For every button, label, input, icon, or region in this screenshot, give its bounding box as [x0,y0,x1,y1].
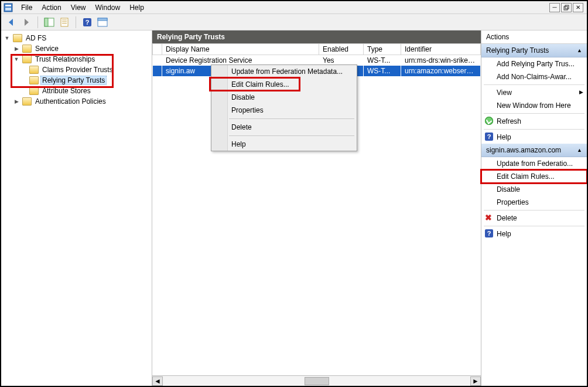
tree-pane: ▼ AD FS ▶ Service ▼ Trust Relationships … [1,30,152,386]
tree-label: AD FS [25,34,47,42]
submenu-arrow-icon: ▶ [579,89,583,95]
window-controls: ─ ✕ [549,3,583,12]
scroll-left-button[interactable]: ◄ [152,376,163,386]
menu-view[interactable]: View [66,2,91,13]
ctx-update-federation[interactable]: Update from Federation Metadata... [211,65,357,78]
action-properties[interactable]: Properties [481,196,587,209]
separator [229,135,354,136]
actions-pane: Actions Relying Party Trusts ▲ Add Relyi… [481,30,587,386]
separator [229,118,354,119]
action-refresh[interactable]: Refresh [481,115,587,128]
svg-rect-6 [45,18,48,26]
separator [484,129,584,130]
action-label: Delete [497,214,517,222]
action-add-non-claims-aware[interactable]: Add Non-Claims-Awar... [481,70,587,83]
menu-action[interactable]: Action [37,2,66,13]
ctx-help[interactable]: Help [211,138,357,151]
toolbar-properties-icon[interactable] [58,16,71,29]
action-new-window[interactable]: New Window from Here [481,99,587,112]
minimize-button[interactable]: ─ [549,3,560,12]
svg-rect-4 [565,5,569,9]
action-delete[interactable]: ✖Delete [481,212,587,225]
action-help[interactable]: ?Help [481,131,587,144]
action-update-federation[interactable]: Update from Federatio... [481,157,587,170]
scroll-track[interactable] [163,376,470,386]
action-disable[interactable]: Disable [481,183,587,196]
folder-icon [13,34,22,42]
separator [484,210,584,211]
tree-auth-policies[interactable]: ▶ Authentication Policies [1,96,152,107]
col-flag[interactable] [153,44,162,55]
ctx-properties[interactable]: Properties [211,104,357,117]
toolbar: ? [1,14,587,30]
scroll-right-button[interactable]: ► [470,376,481,386]
ctx-delete[interactable]: Delete [211,121,357,134]
tree-label: Service [34,45,60,53]
forward-button[interactable] [20,16,33,29]
separator [484,84,584,85]
toolbar-extra-icon[interactable] [96,16,109,29]
col-display[interactable]: Display Name [162,44,319,55]
collapse-icon: ▲ [577,47,582,53]
col-identifier[interactable]: Identifier [401,44,481,55]
tree-trust-relationships[interactable]: ▼ Trust Relationships [1,54,152,64]
tree-claims-provider-trusts[interactable]: Claims Provider Trusts [1,64,152,75]
folder-icon [29,76,39,84]
tree-label: Claims Provider Trusts [41,66,114,74]
folder-icon [22,45,32,53]
folder-icon [29,87,39,95]
app-icon [4,3,13,12]
action-label: Refresh [497,117,521,125]
separator [484,113,584,114]
action-label: Help [497,230,511,238]
actions-header-label: signin.aws.amazon.com [486,146,561,154]
expander-icon[interactable]: ▼ [4,35,11,41]
svg-rect-7 [61,18,68,26]
action-label: View [497,89,512,97]
collapse-icon: ▲ [577,147,582,153]
action-add-relying-party-trust[interactable]: Add Relying Party Trus... [481,57,587,70]
refresh-icon [485,117,493,125]
actions-header-relying[interactable]: Relying Party Trusts ▲ [481,44,587,57]
restore-button[interactable] [561,3,572,12]
close-button[interactable]: ✕ [573,3,583,12]
svg-rect-2 [5,8,11,11]
action-label: Help [497,133,511,141]
col-type[interactable]: Type [364,44,401,55]
tree-root[interactable]: ▼ AD FS [1,33,152,43]
expander-icon[interactable]: ▶ [13,99,20,104]
horizontal-scrollbar[interactable]: ◄ ► [152,375,481,386]
menu-file[interactable]: File [16,2,37,13]
action-edit-claim-rules[interactable]: Edit Claim Rules... [481,170,587,183]
actions-header-signin[interactable]: signin.aws.amazon.com ▲ [481,144,587,157]
tree-attribute-stores[interactable]: Attribute Stores [1,86,152,96]
cell-identifier: urn:ms-drs:win-srikea6lvqr.athe [401,55,481,66]
menubar: File Action View Window Help ─ ✕ [1,1,587,14]
action-view-submenu[interactable]: View▶ [481,86,587,99]
action-help[interactable]: ?Help [481,228,587,240]
tree-relying-party-trusts[interactable]: Relying Party Trusts [1,75,152,86]
col-enabled[interactable]: Enabled [319,44,364,55]
scroll-thumb[interactable] [305,377,329,385]
table-header-row: Display Name Enabled Type Identifier [153,44,481,55]
tree-label: Trust Relationships [34,55,96,63]
expander-icon[interactable]: ▼ [13,56,20,62]
folder-icon [29,66,39,74]
toolbar-showhide-icon[interactable] [43,16,56,29]
menu-window[interactable]: Window [91,2,125,13]
ctx-disable[interactable]: Disable [211,91,357,104]
help-icon: ? [485,229,493,237]
menu-help[interactable]: Help [125,2,149,13]
center-title: Relying Party Trusts [152,30,481,43]
svg-rect-3 [564,6,568,10]
tree-service[interactable]: ▶ Service [1,43,152,54]
folder-icon [22,97,32,106]
back-button[interactable] [5,16,18,29]
svg-rect-12 [98,18,107,21]
expander-icon[interactable]: ▶ [13,46,20,52]
delete-icon: ✖ [485,213,493,222]
ctx-edit-claim-rules[interactable]: Edit Claim Rules... [211,78,357,91]
actions-header-label: Relying Party Trusts [486,46,549,55]
context-menu: Update from Federation Metadata... Edit … [211,64,357,151]
toolbar-help-icon[interactable]: ? [81,16,94,29]
